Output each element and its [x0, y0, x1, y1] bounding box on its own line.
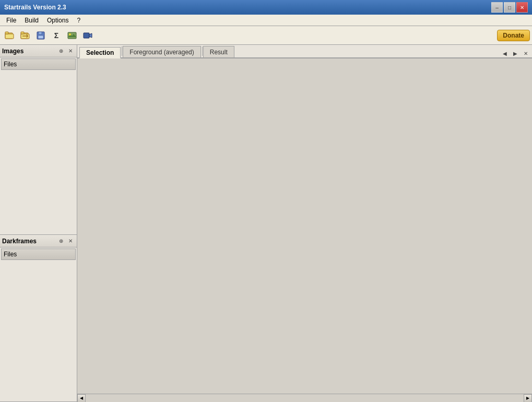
menu-options[interactable]: Options: [43, 16, 73, 25]
images-files-label: Files: [1, 58, 76, 70]
darkframes-panel-controls: ⊕ ✕: [57, 237, 75, 245]
menu-build[interactable]: Build: [20, 16, 43, 25]
darkframes-panel-content: Files: [0, 247, 77, 401]
close-icon: ✕: [68, 238, 73, 244]
donate-button[interactable]: Donate: [497, 30, 530, 41]
close-button[interactable]: ✕: [516, 2, 528, 13]
sigma-button[interactable]: Σ: [49, 28, 64, 43]
svg-rect-1: [5, 34, 14, 39]
tab-next-button[interactable]: ▶: [511, 49, 519, 57]
scroll-right-button[interactable]: ▶: [524, 394, 532, 403]
scroll-left-button[interactable]: ◀: [77, 394, 86, 403]
window-controls: – □ ✕: [491, 2, 528, 13]
darkframes-panel-header: Darkframes ⊕ ✕: [0, 235, 77, 247]
restore-button[interactable]: □: [504, 2, 515, 13]
tab-separator-1: [122, 46, 122, 56]
tab-separator-2: [202, 46, 203, 56]
svg-marker-14: [89, 33, 92, 38]
tab-selection[interactable]: Selection: [79, 47, 121, 58]
open-icon: [5, 31, 14, 40]
image-icon: [67, 31, 77, 40]
title-bar: Startrails Version 2.3 – □ ✕: [0, 0, 532, 15]
images-panel: Images ⊕ ✕ Files: [0, 45, 77, 235]
sigma-icon: Σ: [54, 31, 58, 40]
pin-icon: ⊕: [59, 48, 63, 54]
svg-rect-10: [68, 32, 76, 39]
save-icon: [36, 31, 45, 40]
tab-controls: ◀ ▶ ✕: [501, 49, 532, 57]
menu-help[interactable]: ?: [73, 16, 85, 25]
open-folder-button[interactable]: [18, 28, 32, 43]
tab-result[interactable]: Result: [203, 46, 234, 57]
image-button[interactable]: [65, 28, 79, 43]
images-pin-button[interactable]: ⊕: [57, 47, 65, 55]
menu-bar: File Build Options ?: [0, 15, 532, 26]
toolbar: Σ Donate: [0, 26, 532, 45]
darkframes-panel-title: Darkframes: [2, 238, 37, 245]
scroll-track[interactable]: [86, 394, 524, 403]
darkframes-panel: Darkframes ⊕ ✕ Files: [0, 235, 77, 402]
images-panel-content: Files: [0, 57, 77, 234]
canvas-area: [77, 58, 532, 394]
video-icon: [83, 31, 92, 40]
svg-rect-5: [21, 32, 24, 34]
svg-rect-8: [39, 32, 42, 34]
menu-file[interactable]: File: [2, 16, 20, 25]
images-close-button[interactable]: ✕: [66, 47, 75, 55]
tab-foreground[interactable]: Foreground (averaged): [123, 46, 200, 57]
svg-rect-13: [84, 33, 89, 38]
bottom-scrollbar: ◀ ▶: [77, 394, 532, 402]
images-panel-title: Images: [2, 48, 23, 55]
sidebar: Images ⊕ ✕ Files Darkframes: [0, 45, 77, 402]
video-button[interactable]: [80, 28, 95, 43]
tab-close-button[interactable]: ✕: [522, 49, 530, 57]
content-area: Selection Foreground (averaged) Result ◀…: [77, 45, 532, 402]
images-panel-header: Images ⊕ ✕: [0, 45, 77, 57]
open-folder-icon: [20, 31, 30, 40]
open-button[interactable]: [2, 28, 17, 43]
save-button[interactable]: [33, 28, 48, 43]
tab-foreground-label: Foreground (averaged): [129, 49, 194, 56]
main-layout: Images ⊕ ✕ Files Darkframes: [0, 45, 532, 402]
title-text: Startrails Version 2.3: [4, 4, 66, 11]
svg-point-12: [69, 33, 71, 36]
pin-icon: ⊕: [59, 238, 63, 244]
minimize-button[interactable]: –: [491, 2, 503, 13]
darkframes-pin-button[interactable]: ⊕: [57, 237, 65, 245]
tab-prev-button[interactable]: ◀: [501, 49, 509, 57]
darkframes-files-label: Files: [1, 249, 76, 260]
svg-rect-9: [38, 36, 43, 39]
tab-bar: Selection Foreground (averaged) Result ◀…: [77, 45, 532, 58]
close-icon: ✕: [68, 48, 73, 54]
tab-selection-label: Selection: [86, 49, 114, 56]
images-panel-controls: ⊕ ✕: [57, 47, 75, 55]
tab-result-label: Result: [210, 49, 228, 56]
darkframes-close-button[interactable]: ✕: [66, 237, 75, 245]
svg-rect-2: [5, 32, 8, 34]
